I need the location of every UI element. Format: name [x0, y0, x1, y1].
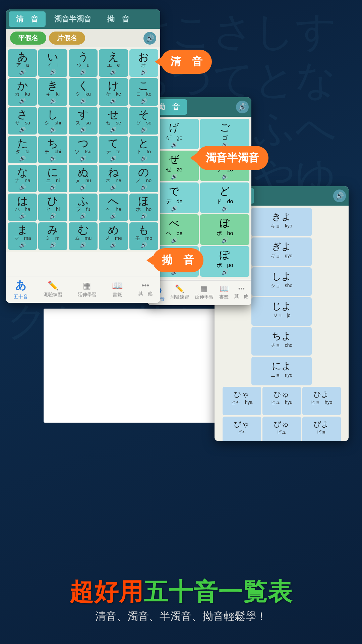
kana-cell-te[interactable]: て テ te 🔊	[99, 136, 128, 163]
speaker-button-3[interactable]: 🔊	[333, 190, 346, 202]
white-gap	[44, 309, 231, 423]
kana-cell-tsu[interactable]: つ ツ tsu 🔊	[69, 136, 98, 163]
panel-dakuon: 拗 音 🔊 げ ゲ ge 🔊 ご ゴ 🔊 ぜ	[147, 97, 251, 305]
kana-cell-mu[interactable]: む ム mu 🔊	[69, 222, 98, 250]
kana-cell-fu[interactable]: ふ フ fu 🔊	[69, 194, 98, 221]
tab-youon[interactable]: 拗 音	[100, 11, 137, 27]
tab-dakuon[interactable]: 濁音半濁音	[47, 11, 99, 27]
cell-bo[interactable]: ぼ ボ bo 🔊	[200, 214, 249, 245]
bookmark-label-2: 書籤	[219, 294, 229, 300]
cell-hya[interactable]: ひゃ ヒャ hya	[223, 387, 261, 415]
panel2-header: 拗 音 🔊	[147, 97, 251, 117]
cell-hyu[interactable]: ひゅ ヒュ hyu	[262, 387, 301, 415]
kana-cell-ke[interactable]: け ケ ke 🔊	[99, 78, 128, 106]
kana-cell-chi[interactable]: ち チ chi 🔊	[38, 136, 67, 163]
panel-seion: 清 音 濁音半濁音 拗 音 平假名 片假名 🔊 あ ア a 🔊 い イ i	[6, 9, 160, 303]
kana-row-ma: ま マ ma 🔊 み ミ mi 🔊 む ム mu 🔊 め メ me	[8, 222, 158, 250]
kana-row-ha: は ハ ha 🔊 ひ ヒ hi 🔊 ふ フ fu 🔊 へ ヘ he	[8, 194, 158, 221]
cell-nyo[interactable]: によ ニョ nyo	[251, 357, 312, 385]
combo-row-nyo: によ ニョ nyo	[217, 357, 347, 385]
kana-cell-ne[interactable]: ね ネ ne 🔊	[99, 165, 128, 192]
kana-cell-shi[interactable]: し シ shi 🔊	[38, 107, 67, 135]
cell-byu[interactable]: びゅ ビュ	[262, 417, 301, 441]
kana-cell-u[interactable]: う ウ u 🔊	[69, 49, 98, 77]
other-icon-2: •••	[238, 285, 245, 292]
cell-cho[interactable]: ちよ チョ cho	[251, 327, 312, 356]
dakuten-row-de: で デ de 🔊 ど ド do 🔊	[149, 182, 249, 213]
panel1-bottom-nav: あ 五十音 ✏️ 測驗練習 ▦ 延伸學習 📖 書籤 ••• 其 他	[6, 276, 160, 303]
cell-jo[interactable]: じよ ジョ jo	[251, 297, 312, 326]
nav-quiz-1[interactable]: ✏️ 測驗練習	[44, 280, 62, 298]
title-green-part: 五十音一覧表	[144, 578, 293, 605]
kana-cell-ha[interactable]: は ハ ha 🔊	[8, 194, 37, 221]
cell-po[interactable]: ぽ ポ po 🔊	[200, 246, 249, 277]
kana-row-a: あ ア a 🔊 い イ i 🔊 う ウ u 🔊 え エ e 🔊	[8, 49, 158, 77]
kana-cell-i[interactable]: い イ i 🔊	[38, 49, 67, 77]
speaker-button-2[interactable]: 🔊	[236, 101, 249, 113]
kana-cell-to[interactable]: と ト to 🔊	[129, 136, 158, 163]
cell-gyo[interactable]: ぎよ ギョ gyo	[251, 237, 312, 266]
main-container: かきくけこさしすせそたちつてとなにぬねのはひふへほまみむめもやゆよらりるれろわを…	[0, 0, 362, 644]
extend-icon-1: ▦	[83, 280, 91, 291]
nav-bookmark-1[interactable]: 📖 書籤	[112, 280, 123, 298]
title-red-part: 超好用	[69, 578, 144, 605]
gojuuon-label-1: 五十音	[14, 294, 28, 300]
kana-cell-na[interactable]: な ナ na 🔊	[8, 165, 37, 192]
bubble-youon: 拗 音	[153, 248, 203, 272]
panel2-bottom-nav: あ 五十音 ✏️ 測驗練習 ▦ 延伸學習 📖 書籤 ••• 其 他	[147, 280, 251, 305]
kana-cell-ta[interactable]: た タ ta 🔊	[8, 136, 37, 163]
kana-cell-mo[interactable]: も モ mo 🔊	[129, 222, 158, 250]
kana-cell-ki[interactable]: き キ ki 🔊	[38, 78, 67, 106]
kana-cell-se[interactable]: せ セ se 🔊	[99, 107, 128, 135]
kana-cell-ho[interactable]: ほ ホ ho 🔊	[129, 194, 158, 221]
subtab-katakana[interactable]: 片假名	[49, 32, 85, 45]
kana-cell-sa[interactable]: さ サ sa 🔊	[8, 107, 37, 135]
cell-do[interactable]: ど ド do 🔊	[200, 182, 249, 213]
cell-go[interactable]: ご ゴ 🔊	[200, 119, 249, 149]
cell-kyo[interactable]: きよ キョ kyo	[251, 208, 312, 236]
cell-sho[interactable]: しよ ショ sho	[251, 267, 312, 296]
kana-cell-hi[interactable]: ひ ヒ hi 🔊	[38, 194, 67, 221]
nav-quiz-2[interactable]: ✏️ 測驗練習	[170, 284, 189, 300]
kana-cell-ma[interactable]: ま マ ma 🔊	[8, 222, 37, 250]
kana-cell-no[interactable]: の ノ no 🔊	[129, 165, 158, 192]
dakuten-row-ge: げ ゲ ge 🔊 ご ゴ 🔊	[149, 119, 249, 149]
nav-gojuuon-1[interactable]: あ 五十音	[14, 278, 28, 300]
extend-icon-2: ▦	[200, 284, 207, 293]
kana-cell-a[interactable]: あ ア a 🔊	[8, 49, 37, 77]
quiz-label-1: 測驗練習	[44, 292, 62, 298]
kana-cell-me[interactable]: め メ me 🔊	[99, 222, 128, 250]
nav-other-2[interactable]: ••• 其 他	[234, 285, 248, 300]
tab-seion[interactable]: 清 音	[9, 11, 46, 27]
cell-byo[interactable]: びよ ビョ	[302, 417, 341, 441]
quiz-icon-2: ✏️	[175, 284, 184, 293]
nav-extend-2[interactable]: ▦ 延伸學習	[195, 284, 214, 300]
kana-cell-nu[interactable]: ぬ ヌ nu 🔊	[69, 165, 98, 192]
dakuten-row-be: べ ベ be 🔊 ぼ ボ bo 🔊	[149, 214, 249, 245]
other-icon-1: •••	[141, 281, 149, 290]
extend-label-1: 延伸學習	[78, 292, 97, 298]
cell-hyo[interactable]: ひよ ヒョ hyo	[302, 387, 341, 415]
kana-cell-ni[interactable]: に ニ ni 🔊	[38, 165, 67, 192]
nav-extend-1[interactable]: ▦ 延伸學習	[78, 280, 97, 298]
extend-label-2: 延伸學習	[195, 294, 214, 300]
speaker-button-1[interactable]: 🔊	[143, 32, 156, 45]
kana-cell-he[interactable]: へ ヘ he 🔊	[99, 194, 128, 221]
kana-cell-su[interactable]: す ス su 🔊	[69, 107, 98, 135]
kana-cell-ka[interactable]: か カ ka 🔊	[8, 78, 37, 106]
kana-cell-e[interactable]: え エ e 🔊	[99, 49, 128, 77]
kana-cell-ku[interactable]: く ク ku 🔊	[69, 78, 98, 106]
subtab-hiragana[interactable]: 平假名	[10, 32, 46, 45]
quiz-label-2: 測驗練習	[170, 294, 189, 300]
kana-cell-o[interactable]: お オ 🔊	[129, 49, 158, 77]
kana-cell-mi[interactable]: み ミ mi 🔊	[38, 222, 67, 250]
cell-bya[interactable]: びゃ ビャ	[223, 417, 261, 441]
nav-bookmark-2[interactable]: 📖 書籤	[219, 284, 229, 300]
bubble-dakuon: 濁音半濁音	[196, 146, 268, 170]
kana-cell-ko[interactable]: こ コ ko 🔊	[129, 78, 158, 106]
kana-row-ka: か カ ka 🔊 き キ ki 🔊 く ク ku 🔊 け ケ ke	[8, 78, 158, 106]
nav-other-1[interactable]: ••• 其 他	[138, 281, 153, 297]
kana-row-na: な ナ na 🔊 に ニ ni 🔊 ぬ ヌ nu 🔊 ね ネ ne	[8, 165, 158, 192]
kana-cell-so[interactable]: そ ソ so 🔊	[129, 107, 158, 135]
panel1-subtabs: 平假名 片假名 🔊	[6, 29, 160, 47]
